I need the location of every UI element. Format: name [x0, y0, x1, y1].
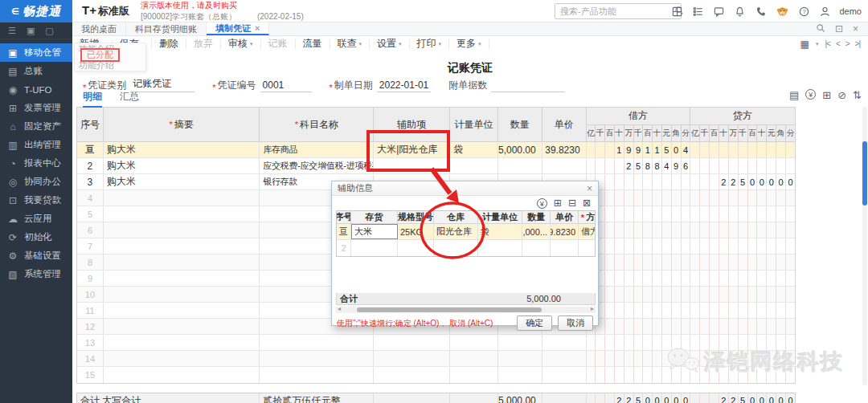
toolbar-button[interactable]: 删除: [152, 39, 186, 49]
search-input[interactable]: [560, 6, 674, 16]
toolbar-button[interactable]: 流量: [296, 39, 330, 49]
dialog-table-row[interactable]: 亘大米25KG阳光仓库袋5,000...39.8230借方: [337, 224, 595, 240]
exit-icon[interactable]: ▢: [45, 26, 53, 36]
field-value[interactable]: 记账凭证: [130, 77, 194, 92]
prev-voucher-icon[interactable]: <: [836, 39, 840, 48]
sidebar-item-8[interactable]: ⊡我要贷款: [0, 191, 72, 210]
price-cell[interactable]: [551, 240, 579, 256]
sidebar-item-11[interactable]: ⚙基础设置: [0, 246, 72, 265]
spec-cell[interactable]: 25KG: [398, 224, 434, 239]
toolbar-button[interactable]: 设置▾: [370, 39, 410, 49]
direction-cell[interactable]: 借方: [579, 224, 596, 239]
price-cell[interactable]: [542, 158, 587, 173]
user-icon[interactable]: [819, 6, 831, 18]
first-voucher-icon[interactable]: |<: [825, 39, 829, 48]
sidebar-item-12[interactable]: ▧系统管理: [0, 265, 72, 283]
price-cell[interactable]: 39.8230: [551, 224, 579, 239]
table-row[interactable]: 2购大米应交税费-应交增值税-进项税额2588496: [77, 158, 795, 174]
account-name[interactable]: [900002]学习账套（总账）: [141, 12, 236, 22]
qty-cell[interactable]: [522, 240, 551, 256]
help-icon[interactable]: ?: [798, 6, 810, 18]
scroll-left-icon[interactable]: ◂: [338, 305, 341, 312]
warehouse-cell[interactable]: 阳光仓库: [434, 224, 478, 239]
spec-cell[interactable]: [398, 240, 434, 256]
qty-cell[interactable]: 5,000...: [522, 224, 551, 239]
summary-cell[interactable]: 购大米: [104, 174, 260, 189]
app-logo[interactable]: ∈ 畅捷通: [0, 0, 72, 22]
stock-cell[interactable]: 大米: [351, 224, 398, 239]
summary-cell[interactable]: 购大米: [104, 142, 260, 157]
last-voucher-icon[interactable]: >|: [855, 39, 860, 48]
tab-expand-icon[interactable]: ⊡: [835, 23, 843, 35]
sidebar-item-7[interactable]: ◎协同办公: [0, 173, 72, 191]
scan-icon[interactable]: ▣: [27, 26, 35, 36]
row-number[interactable]: 2: [337, 240, 351, 256]
unit-cell[interactable]: [478, 240, 522, 256]
sidebar-item-5[interactable]: ▥出纳管理: [0, 136, 72, 154]
chevron-down-icon[interactable]: ▾: [816, 41, 819, 47]
menu-icon[interactable]: ☰: [8, 26, 16, 36]
toolbar-button[interactable]: 打印▾: [410, 39, 450, 49]
sidebar-item-1[interactable]: ▤总账: [0, 62, 72, 80]
sidebar-item-9[interactable]: ☁云应用: [0, 210, 72, 228]
vertical-scrollbar-thumb[interactable]: [862, 141, 867, 206]
unit-cell[interactable]: 袋: [478, 224, 522, 239]
field-value[interactable]: 0001: [260, 79, 312, 92]
copy-row-icon[interactable]: ⊟: [568, 198, 576, 208]
view-tab-1[interactable]: 汇总: [120, 90, 139, 108]
apps-icon[interactable]: [671, 6, 683, 18]
warehouse-cell[interactable]: [434, 240, 478, 256]
dialog-titlebar[interactable]: 辅助信息 ×: [332, 181, 598, 196]
price-cell[interactable]: 39.8230: [542, 142, 587, 157]
tab-search-icon[interactable]: [816, 23, 825, 35]
horizontal-scrollbar-thumb[interactable]: [357, 307, 542, 312]
aux-cell[interactable]: 大米|阳光仓库: [374, 142, 450, 157]
username[interactable]: demo: [839, 6, 862, 16]
toolbar-button[interactable]: 更多▾: [449, 39, 489, 49]
sidebar-item-3[interactable]: ⊞发票管理: [0, 99, 72, 117]
delete-row-icon[interactable]: ⊠: [583, 198, 591, 208]
service-monkey-icon[interactable]: [776, 5, 789, 18]
horizontal-scrollbar[interactable]: ◂ ▸: [336, 307, 596, 313]
bell-icon[interactable]: [734, 6, 746, 18]
tab-0[interactable]: 我的桌面: [72, 22, 126, 35]
dialog-table-row[interactable]: 2: [337, 240, 595, 256]
tab-1[interactable]: 科目存货明细账: [126, 22, 207, 35]
phone-icon[interactable]: [755, 6, 767, 18]
account-cell[interactable]: 应交税费-应交增值税-进项税额: [260, 158, 374, 173]
direction-cell[interactable]: [579, 240, 596, 256]
table-row[interactable]: 亘购大米库存商品大米|阳光仓库袋5,000.0039.823019911504: [77, 142, 795, 158]
sidebar-item-10[interactable]: ⟳初始化: [0, 228, 72, 246]
summary-cell[interactable]: 购大米: [104, 158, 260, 173]
tab-2[interactable]: 填制凭证×: [207, 22, 269, 35]
money-bag-icon[interactable]: ¥: [537, 198, 547, 209]
next-voucher-icon[interactable]: >: [845, 39, 850, 48]
stock-cell[interactable]: [351, 240, 398, 256]
sidebar-item-2[interactable]: ◉T-UFO: [0, 80, 72, 99]
close-icon[interactable]: ×: [587, 183, 592, 194]
unit-cell[interactable]: [450, 158, 498, 173]
search-box[interactable]: [555, 3, 682, 19]
sort-icon[interactable]: ⇅: [853, 89, 862, 101]
scroll-right-icon[interactable]: ▸: [591, 305, 594, 312]
link-icon[interactable]: ⊘: [837, 89, 846, 101]
close-tab-icon[interactable]: ×: [255, 23, 260, 33]
money-bag-icon[interactable]: ¥: [805, 89, 816, 100]
checklist-icon[interactable]: [692, 6, 704, 18]
insert-row-icon[interactable]: ⊞: [554, 198, 562, 208]
field-value[interactable]: 2022-01-01: [377, 79, 431, 92]
ok-button[interactable]: 确定: [517, 315, 552, 331]
field-value[interactable]: [491, 79, 565, 92]
tab-closeall-icon[interactable]: ×: [853, 23, 858, 35]
sidebar-item-0[interactable]: ▣移动仓管: [0, 43, 72, 62]
sidebar-item-6[interactable]: ◔报表中心: [0, 154, 72, 173]
view-tab-0[interactable]: 明细: [83, 90, 102, 108]
qty-cell[interactable]: 5,000.00: [498, 142, 542, 157]
current-row-indicator[interactable]: 亘: [337, 224, 351, 239]
sidebar-item-4[interactable]: ⌂固定资产: [0, 117, 72, 136]
toolbar-button[interactable]: 联查▾: [330, 39, 371, 49]
insert-note-icon[interactable]: ▤: [789, 89, 799, 101]
voucher-list-icon[interactable]: ▦: [800, 39, 809, 50]
unit-cell[interactable]: 袋: [450, 142, 498, 157]
cancel-button[interactable]: 取消: [558, 315, 593, 331]
